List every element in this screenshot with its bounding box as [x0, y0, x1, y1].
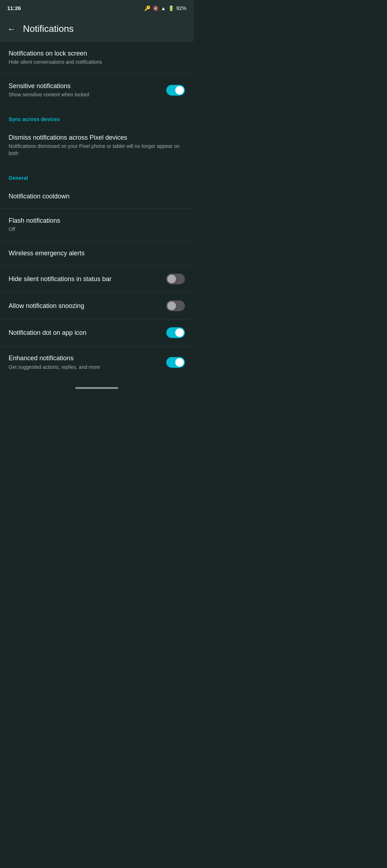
- setting-flash-subtitle: Off: [9, 226, 185, 233]
- home-bar: [75, 387, 118, 389]
- setting-hide-silent-title: Hide silent notifications in status bar: [9, 275, 161, 283]
- section-sync: Sync across devices Dismiss notification…: [0, 106, 194, 165]
- setting-flash-notifications[interactable]: Flash notifications Off: [0, 209, 194, 241]
- setting-lock-screen[interactable]: Notifications on lock screen Hide silent…: [0, 42, 194, 74]
- wifi-icon: ▲: [161, 5, 166, 11]
- setting-wireless-emergency[interactable]: Wireless emergency alerts: [0, 241, 194, 265]
- enhanced-notifications-toggle[interactable]: [166, 357, 185, 368]
- battery-icon: 🔋: [168, 5, 174, 11]
- setting-dismiss-title: Dismiss notifications across Pixel devic…: [9, 134, 185, 142]
- status-icons: 🔑 🔇 ▲ 🔋 92%: [144, 5, 186, 11]
- setting-cooldown-title: Notification cooldown: [9, 192, 185, 201]
- setting-sensitive-notifications[interactable]: Sensitive notifications Show sensitive c…: [0, 74, 194, 106]
- setting-sensitive-title: Sensitive notifications: [9, 82, 161, 90]
- setting-snoozing-title: Allow notification snoozing: [9, 302, 161, 310]
- setting-dismiss-across-devices[interactable]: Dismiss notifications across Pixel devic…: [0, 126, 194, 165]
- back-button[interactable]: ←: [7, 24, 16, 34]
- setting-wireless-title: Wireless emergency alerts: [9, 249, 185, 257]
- setting-enhanced-subtitle: Get suggested actions, replies, and more: [9, 364, 161, 371]
- sensitive-notifications-toggle[interactable]: [166, 85, 185, 96]
- setting-flash-title: Flash notifications: [9, 217, 185, 225]
- key-icon: 🔑: [144, 5, 150, 11]
- setting-enhanced-notifications[interactable]: Enhanced notifications Get suggested act…: [0, 346, 194, 378]
- battery-percent: 92%: [176, 5, 186, 11]
- setting-enhanced-title: Enhanced notifications: [9, 354, 161, 362]
- section-sync-label: Sync across devices: [0, 106, 194, 126]
- section-lock-screen: Notifications on lock screen Hide silent…: [0, 42, 194, 106]
- hide-silent-toggle[interactable]: [166, 274, 185, 284]
- page-title: Notifications: [23, 23, 74, 34]
- notification-dot-toggle[interactable]: [166, 327, 185, 338]
- setting-notification-dot[interactable]: Notification dot on app icon: [0, 319, 194, 346]
- setting-hide-silent[interactable]: Hide silent notifications in status bar: [0, 266, 194, 292]
- section-general: General Notification cooldown Flash noti…: [0, 165, 194, 379]
- allow-snoozing-toggle[interactable]: [166, 300, 185, 311]
- status-bar: 11:26 🔑 🔇 ▲ 🔋 92%: [0, 0, 194, 15]
- setting-lock-screen-subtitle: Hide silent conversations and notificati…: [9, 59, 185, 66]
- home-indicator: [0, 381, 194, 395]
- status-time: 11:26: [7, 5, 21, 11]
- setting-sensitive-subtitle: Show sensitive content when locked: [9, 91, 161, 98]
- setting-allow-snoozing[interactable]: Allow notification snoozing: [0, 293, 194, 319]
- settings-content: Notifications on lock screen Hide silent…: [0, 42, 194, 395]
- setting-lock-screen-title: Notifications on lock screen: [9, 49, 185, 58]
- page-header: ← Notifications: [0, 15, 194, 42]
- setting-notification-cooldown[interactable]: Notification cooldown: [0, 184, 194, 208]
- setting-dot-title: Notification dot on app icon: [9, 329, 161, 337]
- setting-dismiss-subtitle: Notifications dismissed on your Pixel ph…: [9, 143, 185, 157]
- section-general-label: General: [0, 165, 194, 184]
- mute-icon: 🔇: [153, 5, 159, 11]
